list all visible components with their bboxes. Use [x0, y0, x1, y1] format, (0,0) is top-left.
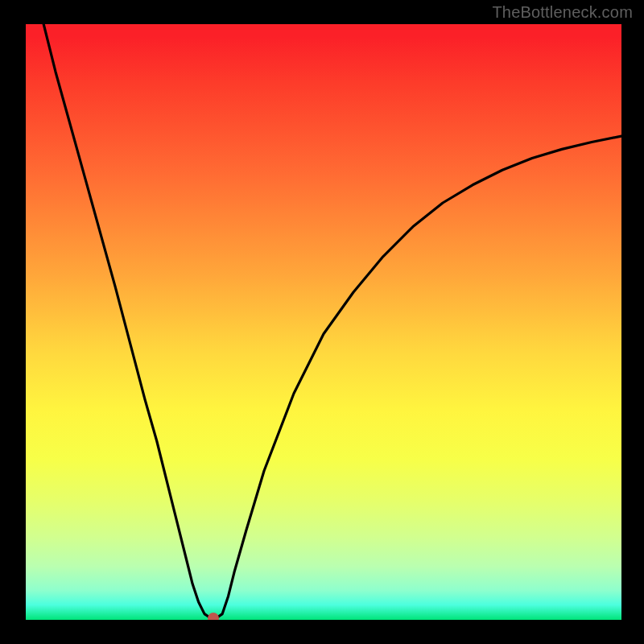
watermark-text: TheBottleneck.com: [492, 3, 633, 22]
curve-svg: [26, 24, 621, 620]
bottleneck-curve: [43, 24, 621, 618]
plot-area: [26, 24, 621, 620]
chart-frame: TheBottleneck.com: [0, 0, 644, 644]
minimum-marker: [208, 613, 219, 620]
